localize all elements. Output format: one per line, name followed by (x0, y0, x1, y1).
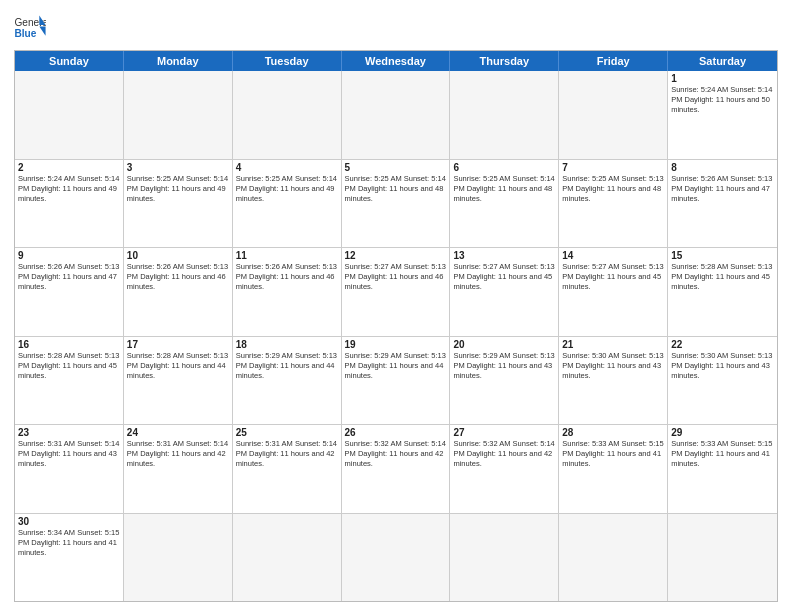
calendar-cell: 17Sunrise: 5:28 AM Sunset: 5:13 PM Dayli… (124, 337, 233, 425)
day-info: Sunrise: 5:25 AM Sunset: 5:14 PM Dayligh… (453, 174, 555, 204)
day-number: 18 (236, 339, 338, 350)
day-number: 11 (236, 250, 338, 261)
calendar-header: SundayMondayTuesdayWednesdayThursdayFrid… (15, 51, 777, 71)
calendar-row: 9Sunrise: 5:26 AM Sunset: 5:13 PM Daylig… (15, 248, 777, 337)
day-info: Sunrise: 5:25 AM Sunset: 5:13 PM Dayligh… (562, 174, 664, 204)
day-number: 28 (562, 427, 664, 438)
day-info: Sunrise: 5:28 AM Sunset: 5:13 PM Dayligh… (671, 262, 774, 292)
day-info: Sunrise: 5:32 AM Sunset: 5:14 PM Dayligh… (345, 439, 447, 469)
day-number: 7 (562, 162, 664, 173)
logo: General Blue (14, 14, 46, 42)
day-number: 12 (345, 250, 447, 261)
calendar-body: 1Sunrise: 5:24 AM Sunset: 5:14 PM Daylig… (15, 71, 777, 601)
weekday-header: Thursday (450, 51, 559, 71)
calendar-cell (342, 514, 451, 602)
weekday-header: Sunday (15, 51, 124, 71)
calendar-cell: 23Sunrise: 5:31 AM Sunset: 5:14 PM Dayli… (15, 425, 124, 513)
day-number: 10 (127, 250, 229, 261)
calendar-cell: 14Sunrise: 5:27 AM Sunset: 5:13 PM Dayli… (559, 248, 668, 336)
day-info: Sunrise: 5:26 AM Sunset: 5:13 PM Dayligh… (18, 262, 120, 292)
day-number: 3 (127, 162, 229, 173)
day-number: 8 (671, 162, 774, 173)
calendar: SundayMondayTuesdayWednesdayThursdayFrid… (14, 50, 778, 602)
calendar-cell: 16Sunrise: 5:28 AM Sunset: 5:13 PM Dayli… (15, 337, 124, 425)
calendar-cell (124, 514, 233, 602)
calendar-cell: 4Sunrise: 5:25 AM Sunset: 5:14 PM Daylig… (233, 160, 342, 248)
calendar-cell: 8Sunrise: 5:26 AM Sunset: 5:13 PM Daylig… (668, 160, 777, 248)
calendar-cell: 6Sunrise: 5:25 AM Sunset: 5:14 PM Daylig… (450, 160, 559, 248)
day-info: Sunrise: 5:25 AM Sunset: 5:14 PM Dayligh… (127, 174, 229, 204)
calendar-cell: 28Sunrise: 5:33 AM Sunset: 5:15 PM Dayli… (559, 425, 668, 513)
calendar-cell: 15Sunrise: 5:28 AM Sunset: 5:13 PM Dayli… (668, 248, 777, 336)
calendar-cell (233, 514, 342, 602)
day-info: Sunrise: 5:30 AM Sunset: 5:13 PM Dayligh… (671, 351, 774, 381)
day-number: 29 (671, 427, 774, 438)
calendar-cell: 27Sunrise: 5:32 AM Sunset: 5:14 PM Dayli… (450, 425, 559, 513)
logo-icon: General Blue (14, 14, 46, 42)
calendar-cell (233, 71, 342, 159)
day-number: 5 (345, 162, 447, 173)
weekday-header: Wednesday (342, 51, 451, 71)
day-number: 6 (453, 162, 555, 173)
calendar-row: 1Sunrise: 5:24 AM Sunset: 5:14 PM Daylig… (15, 71, 777, 160)
day-info: Sunrise: 5:33 AM Sunset: 5:15 PM Dayligh… (562, 439, 664, 469)
day-info: Sunrise: 5:25 AM Sunset: 5:14 PM Dayligh… (236, 174, 338, 204)
svg-text:Blue: Blue (14, 28, 36, 39)
calendar-cell (342, 71, 451, 159)
calendar-cell (559, 71, 668, 159)
calendar-cell: 11Sunrise: 5:26 AM Sunset: 5:13 PM Dayli… (233, 248, 342, 336)
day-info: Sunrise: 5:29 AM Sunset: 5:13 PM Dayligh… (236, 351, 338, 381)
day-info: Sunrise: 5:33 AM Sunset: 5:15 PM Dayligh… (671, 439, 774, 469)
day-number: 2 (18, 162, 120, 173)
day-info: Sunrise: 5:32 AM Sunset: 5:14 PM Dayligh… (453, 439, 555, 469)
calendar-cell: 21Sunrise: 5:30 AM Sunset: 5:13 PM Dayli… (559, 337, 668, 425)
calendar-cell: 7Sunrise: 5:25 AM Sunset: 5:13 PM Daylig… (559, 160, 668, 248)
calendar-row: 16Sunrise: 5:28 AM Sunset: 5:13 PM Dayli… (15, 337, 777, 426)
day-number: 9 (18, 250, 120, 261)
calendar-cell: 20Sunrise: 5:29 AM Sunset: 5:13 PM Dayli… (450, 337, 559, 425)
day-number: 21 (562, 339, 664, 350)
svg-marker-3 (39, 26, 45, 35)
weekday-header: Friday (559, 51, 668, 71)
day-info: Sunrise: 5:29 AM Sunset: 5:13 PM Dayligh… (345, 351, 447, 381)
calendar-cell: 10Sunrise: 5:26 AM Sunset: 5:13 PM Dayli… (124, 248, 233, 336)
day-number: 26 (345, 427, 447, 438)
day-number: 27 (453, 427, 555, 438)
day-info: Sunrise: 5:25 AM Sunset: 5:14 PM Dayligh… (345, 174, 447, 204)
day-info: Sunrise: 5:26 AM Sunset: 5:13 PM Dayligh… (236, 262, 338, 292)
calendar-cell: 24Sunrise: 5:31 AM Sunset: 5:14 PM Dayli… (124, 425, 233, 513)
calendar-cell: 13Sunrise: 5:27 AM Sunset: 5:13 PM Dayli… (450, 248, 559, 336)
calendar-cell (450, 71, 559, 159)
day-number: 22 (671, 339, 774, 350)
calendar-cell: 1Sunrise: 5:24 AM Sunset: 5:14 PM Daylig… (668, 71, 777, 159)
calendar-cell: 18Sunrise: 5:29 AM Sunset: 5:13 PM Dayli… (233, 337, 342, 425)
calendar-cell: 9Sunrise: 5:26 AM Sunset: 5:13 PM Daylig… (15, 248, 124, 336)
day-number: 16 (18, 339, 120, 350)
day-info: Sunrise: 5:26 AM Sunset: 5:13 PM Dayligh… (671, 174, 774, 204)
day-number: 1 (671, 73, 774, 84)
day-number: 4 (236, 162, 338, 173)
day-info: Sunrise: 5:24 AM Sunset: 5:14 PM Dayligh… (18, 174, 120, 204)
calendar-cell: 26Sunrise: 5:32 AM Sunset: 5:14 PM Dayli… (342, 425, 451, 513)
day-number: 30 (18, 516, 120, 527)
day-number: 24 (127, 427, 229, 438)
calendar-cell: 30Sunrise: 5:34 AM Sunset: 5:15 PM Dayli… (15, 514, 124, 602)
day-info: Sunrise: 5:34 AM Sunset: 5:15 PM Dayligh… (18, 528, 120, 558)
day-info: Sunrise: 5:27 AM Sunset: 5:13 PM Dayligh… (345, 262, 447, 292)
day-info: Sunrise: 5:27 AM Sunset: 5:13 PM Dayligh… (562, 262, 664, 292)
calendar-cell (668, 514, 777, 602)
calendar-cell (450, 514, 559, 602)
calendar-cell: 12Sunrise: 5:27 AM Sunset: 5:13 PM Dayli… (342, 248, 451, 336)
day-number: 23 (18, 427, 120, 438)
weekday-header: Monday (124, 51, 233, 71)
day-info: Sunrise: 5:31 AM Sunset: 5:14 PM Dayligh… (236, 439, 338, 469)
day-info: Sunrise: 5:28 AM Sunset: 5:13 PM Dayligh… (18, 351, 120, 381)
calendar-cell: 5Sunrise: 5:25 AM Sunset: 5:14 PM Daylig… (342, 160, 451, 248)
day-info: Sunrise: 5:31 AM Sunset: 5:14 PM Dayligh… (18, 439, 120, 469)
day-number: 25 (236, 427, 338, 438)
day-number: 14 (562, 250, 664, 261)
day-info: Sunrise: 5:30 AM Sunset: 5:13 PM Dayligh… (562, 351, 664, 381)
day-number: 20 (453, 339, 555, 350)
calendar-row: 23Sunrise: 5:31 AM Sunset: 5:14 PM Dayli… (15, 425, 777, 514)
calendar-cell: 19Sunrise: 5:29 AM Sunset: 5:13 PM Dayli… (342, 337, 451, 425)
